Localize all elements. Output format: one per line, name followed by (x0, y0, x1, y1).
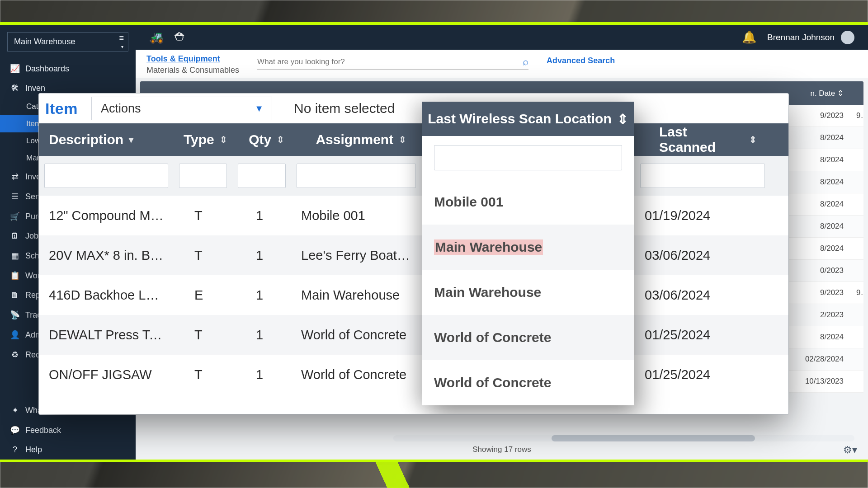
overlay-panel: Item Actions ▼ No item selected Descript… (39, 94, 788, 414)
cell-qty: 1 (232, 288, 291, 303)
cell-date: 8/2024 (782, 155, 850, 164)
search-input[interactable] (257, 57, 523, 66)
sort-icon: ⇕ (617, 111, 628, 127)
tab-tools-equipment[interactable]: Tools & Equipment (146, 54, 239, 64)
advanced-search-link[interactable]: Advanced Search (547, 54, 615, 66)
machine-icon[interactable]: 🚜 (149, 30, 164, 44)
col-qty[interactable]: Qty⇕ (237, 132, 296, 147)
help-icon: ? (10, 445, 20, 455)
cell-last-scanned: 01/25/2024 (635, 367, 770, 382)
cell-type: T (174, 248, 232, 263)
cell-assignment: World of Concrete (291, 328, 421, 343)
col-assignment[interactable]: Assignment⇕ (296, 132, 426, 147)
horizontal-scrollbar[interactable] (393, 435, 854, 441)
overlay-toolbar: Item Actions ▼ No item selected (39, 94, 788, 123)
location-cell: World of Concrete (422, 360, 634, 405)
filter-qty[interactable] (238, 164, 286, 188)
hardhat-icon[interactable]: ⛑ (175, 30, 186, 44)
table-row[interactable]: 12" Compound Mit…T1Mobile 00101/19/2024 (39, 196, 788, 235)
filter-assignment[interactable] (297, 164, 416, 188)
location-cell: Main Warehouse (422, 270, 634, 315)
bg-col-date[interactable]: n. Date ⇕ (782, 89, 850, 98)
cell-description: 416D Backhoe Loa… (39, 288, 174, 303)
cell-description: 20V MAX* 8 in. Bru… (39, 248, 174, 263)
location-cell: Mobile 001 (422, 179, 634, 225)
cell-last-scanned: 03/06/2024 (635, 288, 770, 303)
sort-desc-icon: ▾ (129, 134, 133, 145)
filter-description[interactable] (44, 164, 168, 188)
location-filter-cell (422, 136, 634, 179)
scrollbar-thumb[interactable] (552, 435, 755, 441)
cell-date: 9/2023 (782, 288, 850, 297)
sidebar-item-help[interactable]: ? Help (0, 440, 136, 460)
col-type[interactable]: Type⇕ (174, 132, 237, 147)
cell-date: 2/2023 (782, 310, 850, 319)
table-row[interactable]: 416D Backhoe Loa…E1Main Warehouse03/06/2… (39, 275, 788, 315)
cart-icon: 🛒 (10, 211, 20, 221)
cell-date: 0/2023 (782, 266, 850, 275)
row-count-status: Showing 17 rows (136, 445, 868, 454)
track-icon: 📡 (10, 310, 20, 320)
triangle-down-icon: ▼ (255, 103, 264, 114)
location-cell: Main Warehouse (422, 225, 634, 270)
cell-date: 9/2023 (782, 111, 850, 120)
cell-qty: 1 (232, 328, 291, 343)
calculator-icon: 🗓 (10, 231, 20, 241)
sort-icon: ⇕ (220, 134, 227, 145)
filter-type[interactable] (179, 164, 227, 188)
search-row: Tools & Equipment Materials & Consumable… (136, 50, 868, 78)
cell-date: 8/2024 (782, 133, 850, 142)
swap-icon: ⇄ (10, 172, 20, 182)
tab-materials[interactable]: Materials & Consumables (146, 66, 239, 75)
cell-qty: 1 (232, 248, 291, 263)
cell-assignment: World of Concrete (291, 367, 421, 382)
sidebar-item-dashboards[interactable]: 📈 Dashboards (0, 59, 136, 79)
gear-icon[interactable]: ⚙▾ (843, 444, 857, 456)
filter-last-scanned[interactable] (640, 164, 765, 188)
selection-status: No item selected (272, 101, 395, 116)
user-menu[interactable]: Brennan Johnson (767, 31, 854, 44)
sparkle-icon: ✦ (10, 405, 20, 415)
cell-type: T (174, 208, 232, 223)
location-column-popout: Last Wireless Scan Location ⇕ Mobile 001… (422, 102, 634, 405)
chat-icon: 💬 (10, 425, 20, 435)
category-tabs: Tools & Equipment Materials & Consumable… (146, 54, 239, 75)
table-row[interactable]: ON/OFF JIGSAWT1World of Concrete01/25/20… (39, 355, 788, 394)
location-selector[interactable]: Main Warehouse ≡ ▾ (7, 32, 128, 52)
recycle-icon: ♻ (10, 350, 20, 360)
table-row[interactable]: DEWALT Press Tool …T1World of Concrete01… (39, 315, 788, 355)
location-filter-input[interactable] (434, 145, 622, 170)
sidebar-item-label: Help (25, 445, 42, 455)
cell-date: 8/2024 (782, 333, 850, 342)
col-scan-location[interactable]: Last Wireless Scan Location ⇕ (422, 102, 634, 136)
cell-last-scanned: 01/25/2024 (635, 328, 770, 343)
location-cell: World of Concrete (422, 315, 634, 360)
cell-description: ON/OFF JIGSAW (39, 367, 174, 382)
cell-date: 8/2024 (782, 200, 850, 209)
cell-description: DEWALT Press Tool … (39, 328, 174, 343)
sort-icon: ⇕ (277, 134, 284, 145)
cell-type: T (174, 367, 232, 382)
cell-type: T (174, 328, 232, 343)
overlay-table-body: 12" Compound Mit…T1Mobile 00101/19/20242… (39, 196, 788, 414)
sidebar-item-feedback[interactable]: 💬 Feedback (0, 420, 136, 440)
sidebar-item-label: Feedback (25, 426, 61, 435)
table-row[interactable]: 20V MAX* 8 in. Bru…T1Lee's Ferry Boat Ra… (39, 235, 788, 275)
sort-icon: ⇕ (399, 134, 406, 145)
cell-qty: 1 (232, 208, 291, 223)
document-icon: 🗎 (10, 291, 20, 300)
location-label: Main Warehouse (14, 37, 75, 46)
cell-qty: 1 (232, 367, 291, 382)
search-field[interactable]: ⌕ (257, 54, 528, 70)
list-icon: ≡ (119, 35, 123, 41)
bell-icon[interactable]: 🔔 (742, 30, 756, 44)
cell-date: 10/13/2023 (782, 377, 850, 386)
col-last-scanned[interactable]: Last Scanned⇕ (649, 124, 767, 155)
overlay-filter-row (39, 156, 788, 196)
caret-down-icon: ▾ (121, 44, 123, 49)
actions-dropdown[interactable]: Actions ▼ (91, 97, 272, 120)
search-icon[interactable]: ⌕ (523, 56, 528, 68)
sort-icon: ⇕ (837, 89, 844, 98)
wrench-icon: 🛠 (10, 84, 20, 93)
col-description[interactable]: Description▾ (39, 132, 174, 147)
